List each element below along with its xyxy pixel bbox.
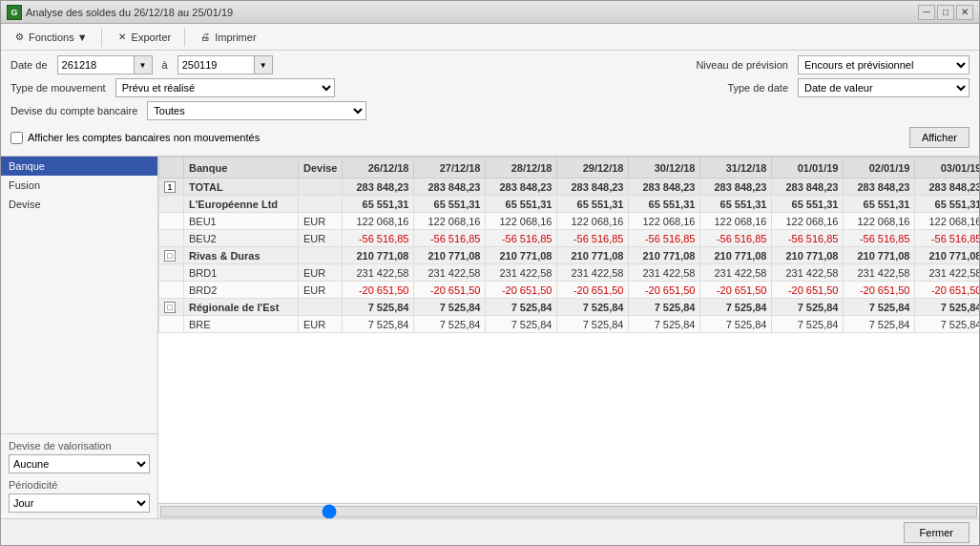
form-row-1: Date de ▼ à ▼ Niveau de prévision Encour… xyxy=(10,55,970,74)
expand-cell[interactable]: 1 xyxy=(159,178,184,196)
sidebar-item-devise[interactable]: Devise xyxy=(1,195,157,214)
type-mouvement-label: Type de mouvement xyxy=(10,82,106,94)
minimize-button[interactable]: ─ xyxy=(918,5,935,20)
a-input[interactable] xyxy=(177,55,254,74)
expand-button[interactable]: □ xyxy=(164,250,176,262)
col-header-devise: Devise xyxy=(299,158,343,178)
a-calendar-btn[interactable]: ▼ xyxy=(254,55,273,74)
a-label: à xyxy=(162,59,168,71)
expand-cell[interactable]: □ xyxy=(159,247,184,264)
expand-cell[interactable]: □ xyxy=(159,299,184,316)
exporter-icon: ✕ xyxy=(115,31,129,44)
devise-valorisation-label: Devise de valorisation xyxy=(9,440,150,452)
value-cell: 122 068,16 xyxy=(629,213,700,230)
sidebar-item-banque[interactable]: Banque xyxy=(1,157,157,176)
value-cell: 122 068,16 xyxy=(772,213,844,230)
table-row: BRD2EUR-20 651,50-20 651,50-20 651,50-20… xyxy=(159,282,980,299)
value-cell: 65 551,31 xyxy=(343,196,414,213)
col-header-29-12: 29/12/18 xyxy=(557,158,629,178)
sidebar-item-fusion[interactable]: Fusion xyxy=(1,176,157,195)
separator-1 xyxy=(101,28,102,47)
value-cell: 7 525,84 xyxy=(915,316,979,333)
form-area: Date de ▼ à ▼ Niveau de prévision Encour… xyxy=(1,51,979,157)
value-cell: 283 848,23 xyxy=(915,178,979,196)
value-cell: 210 771,08 xyxy=(700,247,772,264)
col-header-03-01: 03/01/19 xyxy=(915,158,979,178)
close-button[interactable]: ✕ xyxy=(956,5,973,20)
value-cell: 65 551,31 xyxy=(486,196,557,213)
data-table: Banque Devise 26/12/18 27/12/18 28/12/18… xyxy=(158,157,979,333)
app-icon: G xyxy=(7,5,22,20)
value-cell: 283 848,23 xyxy=(629,178,700,196)
content-area: Banque Fusion Devise Devise de valorisat… xyxy=(1,157,979,518)
value-cell: 283 848,23 xyxy=(772,178,844,196)
value-cell: 122 068,16 xyxy=(915,213,979,230)
value-cell: 210 771,08 xyxy=(414,247,486,264)
date-de-calendar-btn[interactable]: ▼ xyxy=(134,55,153,74)
value-cell: -20 651,50 xyxy=(844,282,915,299)
value-cell: -56 516,85 xyxy=(772,230,844,247)
value-cell: 231 422,58 xyxy=(772,264,844,282)
col-header-31-12: 31/12/18 xyxy=(700,158,772,178)
value-cell: 65 551,31 xyxy=(700,196,772,213)
value-cell: 7 525,84 xyxy=(844,316,915,333)
expand-cell xyxy=(159,230,184,247)
col-header-banque: Banque xyxy=(184,158,299,178)
devise-cell xyxy=(299,178,343,196)
col-header-27-12: 27/12/18 xyxy=(414,158,486,178)
name-cell: BEU1 xyxy=(184,213,299,230)
expand-cell xyxy=(159,282,184,299)
devise-select[interactable]: Toutes xyxy=(147,101,366,120)
imprimer-button[interactable]: 🖨 Imprimer xyxy=(193,29,261,46)
date-de-input[interactable] xyxy=(57,55,134,74)
value-cell: 65 551,31 xyxy=(844,196,915,213)
col-header-01-01: 01/01/19 xyxy=(772,158,844,178)
value-cell: 65 551,31 xyxy=(772,196,844,213)
value-cell: 7 525,84 xyxy=(772,316,844,333)
value-cell: 122 068,16 xyxy=(414,213,486,230)
horizontal-scrollbar[interactable] xyxy=(160,506,977,517)
afficher-comptes-checkbox[interactable] xyxy=(10,132,23,144)
fermer-button[interactable]: Fermer xyxy=(904,522,970,543)
value-cell: -20 651,50 xyxy=(772,282,844,299)
periodicite-select[interactable]: Jour xyxy=(9,494,150,513)
type-mouvement-select[interactable]: Prévu et réalisé xyxy=(115,78,335,97)
value-cell: -20 651,50 xyxy=(629,282,700,299)
niveau-prevision-select[interactable]: Encours et prévisionnel xyxy=(798,55,970,74)
fonctions-button[interactable]: ⚙ Fonctions ▼ xyxy=(7,29,94,46)
table-scroll[interactable]: Banque Devise 26/12/18 27/12/18 28/12/18… xyxy=(158,157,979,503)
value-cell: -56 516,85 xyxy=(700,230,772,247)
type-date-select[interactable]: Date de valeur xyxy=(798,78,970,97)
table-row: □Régionale de l'Est7 525,847 525,847 525… xyxy=(159,299,980,316)
imprimer-label: Imprimer xyxy=(215,32,256,43)
devise-cell xyxy=(299,299,343,316)
value-cell: 7 525,84 xyxy=(629,316,700,333)
col-header-30-12: 30/12/18 xyxy=(629,158,700,178)
value-cell: -20 651,50 xyxy=(557,282,629,299)
expand-cell xyxy=(159,264,184,282)
value-cell: 283 848,23 xyxy=(343,178,414,196)
toolbar: ⚙ Fonctions ▼ ✕ Exporter 🖨 Imprimer xyxy=(1,24,979,51)
value-cell: 210 771,08 xyxy=(343,247,414,264)
value-cell: 7 525,84 xyxy=(343,316,414,333)
value-cell: 210 771,08 xyxy=(772,247,844,264)
value-cell: 7 525,84 xyxy=(700,316,772,333)
exporter-button[interactable]: ✕ Exporter xyxy=(110,29,177,46)
value-cell: 7 525,84 xyxy=(486,316,557,333)
form-row-2: Type de mouvement Prévu et réalisé Type … xyxy=(10,78,970,97)
value-cell: -56 516,85 xyxy=(557,230,629,247)
value-cell: 231 422,58 xyxy=(700,264,772,282)
value-cell: 122 068,16 xyxy=(700,213,772,230)
name-cell: Rivas & Duras xyxy=(184,247,299,264)
afficher-button[interactable]: Afficher xyxy=(909,127,970,148)
name-cell: BRE xyxy=(184,316,299,333)
date-de-label: Date de xyxy=(10,59,48,71)
name-cell: BEU2 xyxy=(184,230,299,247)
status-bar: Fermer xyxy=(1,518,979,545)
value-cell: 210 771,08 xyxy=(486,247,557,264)
devise-valorisation-select[interactable]: Aucune xyxy=(9,454,150,473)
expand-button[interactable]: 1 xyxy=(164,181,176,193)
restore-button[interactable]: □ xyxy=(937,5,954,20)
expand-button[interactable]: □ xyxy=(164,302,176,313)
col-header-02-01: 02/01/19 xyxy=(844,158,915,178)
